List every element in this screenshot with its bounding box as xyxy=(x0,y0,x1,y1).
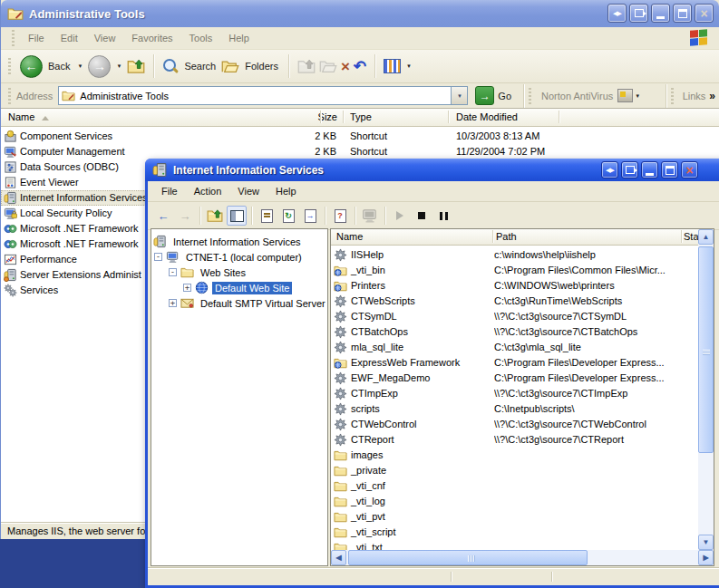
column-header-path[interactable]: Path xyxy=(496,231,517,242)
menu-help[interactable]: Help xyxy=(220,30,257,46)
expand-icon[interactable]: + xyxy=(183,284,191,292)
toolbar-grip[interactable] xyxy=(8,58,11,74)
close-button[interactable]: × xyxy=(695,4,714,23)
back-button[interactable]: ← xyxy=(153,206,173,226)
list-item[interactable]: CTSymDL\\?\C:\ct3g\source7\CTSymDL xyxy=(331,309,699,324)
collapse-icon[interactable]: - xyxy=(154,253,162,261)
delete-button[interactable]: × xyxy=(341,59,350,74)
column-header-status[interactable]: Status xyxy=(684,231,699,242)
list-item[interactable]: IISHelpc:\windows\help\iishelp xyxy=(331,247,699,263)
maximize-button[interactable] xyxy=(673,4,692,23)
address-combo[interactable]: Administrative Tools ▼ xyxy=(58,86,468,105)
undo-button[interactable]: ↶ xyxy=(354,59,366,74)
connect-computer-button[interactable] xyxy=(360,206,380,226)
horizontal-scroll-thumb[interactable] xyxy=(348,550,588,565)
list-item[interactable]: scriptsC:\Inetpub\scripts\ xyxy=(331,401,699,417)
list-item[interactable]: CTWebControl\\?\C:\ct3g\source7\CTWebCon… xyxy=(331,417,699,432)
list-item[interactable]: PrintersC:\WINDOWS\web\printers xyxy=(331,278,699,294)
folders-label[interactable]: Folders xyxy=(245,61,278,72)
list-item[interactable]: CTReport\\?\C:\ct3g\source7\CTReport xyxy=(331,432,699,448)
back-dropdown-icon[interactable]: ▼ xyxy=(77,63,83,69)
back-button[interactable]: ← xyxy=(20,55,43,78)
forward-dropdown-icon[interactable]: ▼ xyxy=(116,63,121,69)
menu-view[interactable]: View xyxy=(86,30,124,46)
list-item[interactable]: Component Services 2 KB Shortcut 10/3/20… xyxy=(1,129,719,144)
stop-item-button[interactable] xyxy=(412,206,432,226)
column-divider[interactable] xyxy=(343,111,344,123)
scroll-left-button[interactable]: ◀ xyxy=(331,550,346,565)
toolbar-grip[interactable] xyxy=(12,30,15,46)
horizontal-scrollbar[interactable]: ◀ ▶ xyxy=(331,550,714,565)
list-item[interactable]: _vti_cnf xyxy=(331,478,699,494)
menu-edit[interactable]: Edit xyxy=(53,30,86,46)
column-divider[interactable] xyxy=(320,111,321,123)
show-hide-console-tree-button[interactable] xyxy=(227,206,247,226)
tree-node-default-web-site[interactable]: + Default Web Site xyxy=(183,280,292,295)
address-value[interactable]: Administrative Tools xyxy=(80,91,451,101)
list-item[interactable]: mla_sql_liteC:\ct3g\mla_sql_lite xyxy=(331,340,699,355)
refresh-button[interactable]: ↻ xyxy=(278,206,298,226)
folders-button[interactable] xyxy=(221,57,239,75)
help-button[interactable]: ? xyxy=(330,206,350,226)
search-label[interactable]: Search xyxy=(184,61,216,72)
menu-action[interactable]: Action xyxy=(186,184,230,198)
list-item[interactable]: _vti_pvt xyxy=(331,509,699,525)
tree-node-computer[interactable]: - CTNET-1 (local computer) xyxy=(154,249,305,265)
column-divider[interactable] xyxy=(559,111,559,123)
forward-button[interactable]: → xyxy=(88,55,111,78)
expand-icon[interactable]: + xyxy=(169,299,177,307)
list-item[interactable]: EWF_MegaDemoC:\Program Files\Developer E… xyxy=(331,371,699,386)
menu-favorites[interactable]: Favorites xyxy=(123,30,180,46)
menu-file[interactable]: File xyxy=(20,30,53,46)
iis-title-bar[interactable]: Internet Information Services ◀▶ × xyxy=(145,159,719,181)
toolbar-grip[interactable] xyxy=(8,88,11,104)
list-item[interactable]: _vti_script xyxy=(331,525,699,540)
column-header-type[interactable]: Type xyxy=(350,111,372,122)
collapse-icon[interactable]: - xyxy=(169,268,177,276)
admin-title-bar[interactable]: Administrative Tools ◀▶ × xyxy=(1,0,719,27)
vertical-scroll-thumb[interactable] xyxy=(698,246,714,453)
views-dropdown-icon[interactable]: ▼ xyxy=(406,63,412,69)
search-icon[interactable] xyxy=(162,58,179,74)
tree-node-root[interactable]: Internet Information Services xyxy=(153,234,304,249)
column-divider[interactable] xyxy=(681,230,682,243)
maximize-button[interactable] xyxy=(661,161,678,178)
menu-help[interactable]: Help xyxy=(267,184,305,198)
menu-file[interactable]: File xyxy=(153,184,186,198)
norton-dropdown-icon[interactable]: ▼ xyxy=(635,93,640,99)
copy-to-button[interactable] xyxy=(319,57,337,75)
menu-view[interactable]: View xyxy=(229,184,267,198)
forward-button[interactable]: → xyxy=(175,206,195,226)
detach-window-button[interactable] xyxy=(621,161,638,178)
column-divider[interactable] xyxy=(492,230,493,243)
column-header-date-modified[interactable]: Date Modified xyxy=(456,111,518,122)
go-label[interactable]: Go xyxy=(498,91,511,101)
pan-left-right-button[interactable]: ◀▶ xyxy=(607,4,627,23)
close-button[interactable]: × xyxy=(681,161,698,178)
list-item[interactable]: CTImpExp\\?\C:\ct3g\source7\CTImpExp xyxy=(331,386,699,401)
list-item[interactable]: CTBatchOps\\?\C:\ct3g\source7\CTBatchOps xyxy=(331,324,699,340)
detach-window-button[interactable] xyxy=(629,4,648,23)
scroll-up-button[interactable]: ▲ xyxy=(698,229,714,245)
scroll-down-button[interactable]: ▼ xyxy=(698,535,714,550)
links-label[interactable]: Links xyxy=(683,91,706,101)
tree-node-web-sites[interactable]: - Web Sites xyxy=(169,265,248,280)
column-header-name[interactable]: Name xyxy=(8,111,49,122)
list-item[interactable]: Computer Management 2 KB Shortcut 11/29/… xyxy=(1,144,719,159)
links-chevron-icon[interactable]: » xyxy=(709,90,715,102)
minimize-button[interactable] xyxy=(651,4,670,23)
move-to-button[interactable] xyxy=(297,57,316,75)
column-header-size[interactable]: Size xyxy=(277,111,337,122)
toolbar-grip[interactable] xyxy=(529,88,531,104)
list-item[interactable]: CTWebScriptsC:\ct3g\RunTime\WebScripts xyxy=(331,294,699,309)
list-item[interactable]: ExpressWeb FrameworkC:\Program Files\Dev… xyxy=(331,355,699,371)
list-item[interactable]: _vti_log xyxy=(331,494,699,509)
list-item[interactable]: _vti_binC:\Program Files\Common Files\Mi… xyxy=(331,263,699,278)
column-header-name[interactable]: Name xyxy=(336,231,363,242)
properties-button[interactable] xyxy=(257,206,277,226)
pause-item-button[interactable] xyxy=(433,206,453,226)
address-dropdown-button[interactable]: ▼ xyxy=(451,87,467,104)
export-list-button[interactable]: → xyxy=(300,206,320,226)
vertical-scrollbar[interactable]: ▲ ▼ xyxy=(698,229,714,550)
minimize-button[interactable] xyxy=(641,161,658,178)
